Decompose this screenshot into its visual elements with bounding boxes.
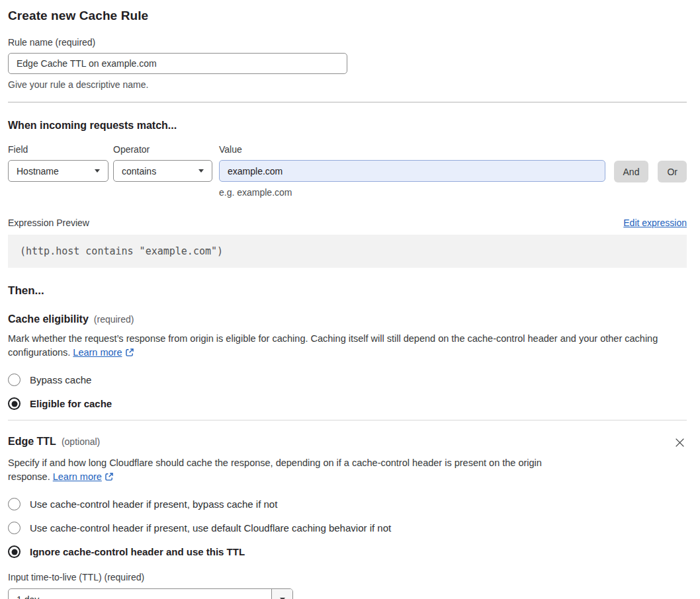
ttl-select-caret-button[interactable] (271, 589, 292, 599)
ttl-select[interactable]: 1 day (8, 588, 293, 599)
expression-preview-label: Expression Preview (8, 218, 89, 228)
radio-circle-icon[interactable] (8, 522, 21, 534)
value-helper: e.g. example.com (219, 187, 605, 198)
radio-use-header-bypass[interactable]: Use cache-control header if present, byp… (8, 498, 687, 510)
create-cache-rule-form: Create new Cache Rule Rule name (require… (0, 0, 700, 599)
operator-select-value: contains (122, 166, 156, 177)
radio-label: Use cache-control header if present, use… (30, 522, 391, 534)
edge-ttl-options: Use cache-control header if present, byp… (8, 498, 687, 558)
field-column: Field Hostname (8, 144, 109, 182)
close-icon[interactable] (673, 436, 687, 450)
operator-select[interactable]: contains (113, 160, 212, 182)
ttl-select-value: 1 day (9, 589, 271, 599)
edge-ttl-description: Specify if and how long Cloudflare shoul… (8, 456, 562, 485)
rule-name-label: Rule name (required) (8, 37, 687, 48)
learn-more-label: Learn more (73, 347, 122, 358)
and-button[interactable]: And (614, 161, 649, 182)
radio-circle-icon[interactable] (8, 498, 21, 510)
value-input[interactable] (219, 160, 605, 182)
chevron-down-icon (95, 169, 100, 173)
divider (8, 102, 687, 102)
rule-name-helper: Give your rule a descriptive name. (8, 79, 687, 90)
radio-eligible-for-cache[interactable]: Eligible for cache (8, 397, 687, 410)
radio-circle-icon[interactable] (8, 374, 21, 386)
edit-expression-link[interactable]: Edit expression (623, 218, 687, 228)
match-section-heading: When incoming requests match... (8, 120, 687, 132)
field-label: Field (8, 144, 109, 155)
value-label: Value (219, 144, 605, 155)
cache-eligibility-description: Mark whether the request’s response from… (8, 332, 678, 361)
edge-ttl-learn-more-link[interactable]: Learn more (53, 471, 114, 482)
cache-eligibility-header: Cache eligibility (required) (8, 313, 687, 325)
edge-ttl-optional-badge: (optional) (62, 436, 100, 447)
cache-eligibility-required-badge: (required) (94, 314, 134, 325)
edge-ttl-heading: Edge TTL (8, 436, 56, 448)
page-title: Create new Cache Rule (8, 9, 687, 23)
radio-use-header-default[interactable]: Use cache-control header if present, use… (8, 522, 687, 534)
match-expression-row: Field Hostname Operator contains Value e… (8, 144, 687, 198)
expression-code-block: (http.host contains "example.com") (8, 235, 687, 268)
operator-column: Operator contains (113, 144, 212, 182)
ttl-input-label: Input time-to-live (TTL) (required) (8, 572, 687, 582)
edge-ttl-header: Edge TTL (optional) (8, 436, 687, 450)
then-heading: Then... (8, 284, 687, 298)
learn-more-label: Learn more (53, 471, 102, 482)
radio-circle-selected-icon[interactable] (8, 545, 21, 558)
radio-circle-selected-icon[interactable] (8, 397, 21, 410)
radio-bypass-cache[interactable]: Bypass cache (8, 374, 687, 386)
cache-eligibility-learn-more-link[interactable]: Learn more (73, 347, 134, 358)
radio-label: Eligible for cache (30, 398, 112, 409)
value-column: Value e.g. example.com (219, 144, 605, 198)
radio-ignore-header-use-ttl[interactable]: Ignore cache-control header and use this… (8, 545, 687, 558)
external-link-icon (105, 471, 114, 485)
radio-label: Use cache-control header if present, byp… (30, 499, 277, 510)
radio-label: Ignore cache-control header and use this… (30, 546, 245, 557)
field-select-value: Hostname (17, 166, 59, 177)
divider (8, 420, 687, 420)
expression-preview-row: Expression Preview Edit expression (8, 218, 687, 228)
cache-eligibility-heading: Cache eligibility (8, 313, 89, 325)
cache-eligibility-options: Bypass cache Eligible for cache (8, 374, 687, 410)
or-button[interactable]: Or (658, 161, 687, 182)
operator-label: Operator (113, 144, 212, 155)
field-select[interactable]: Hostname (8, 160, 109, 182)
chevron-down-icon (198, 169, 204, 173)
external-link-icon (125, 347, 134, 361)
edge-ttl-heading-group: Edge TTL (optional) (8, 436, 100, 448)
radio-label: Bypass cache (30, 374, 91, 385)
rule-name-input[interactable] (8, 53, 347, 74)
